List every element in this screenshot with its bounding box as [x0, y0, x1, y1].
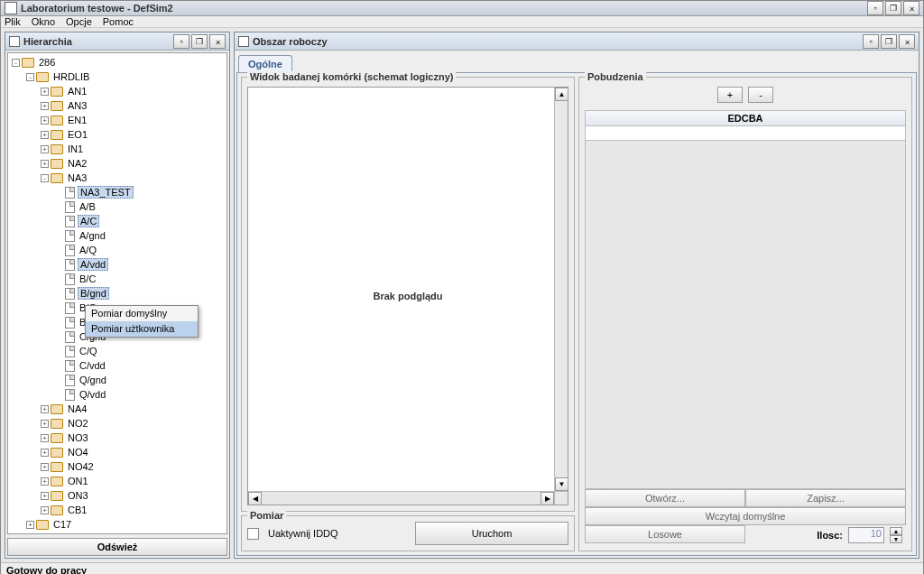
tree-item[interactable]: +AN1 — [8, 84, 226, 98]
scroll-up-icon[interactable]: ▲ — [555, 88, 568, 101]
folder-icon — [51, 477, 63, 486]
ws-min-button[interactable]: ▫ — [863, 34, 879, 49]
tree-item[interactable]: Q/vdd — [8, 387, 226, 402]
tree-item[interactable]: -HRDLIB — [8, 69, 226, 84]
menu-plik[interactable]: Plik — [5, 16, 21, 27]
tree-item[interactable]: B/gnd — [8, 286, 226, 301]
tree-item[interactable]: Q/gnd — [8, 373, 226, 387]
ilosc-spinner[interactable]: ▲ ▼ — [890, 527, 902, 543]
tree-item[interactable]: +ON3 — [8, 488, 226, 503]
tree-item[interactable]: +EO1 — [8, 127, 226, 142]
tree-item[interactable]: -NA3 — [8, 171, 226, 185]
tree-spacer — [55, 347, 63, 356]
ilosc-input[interactable]: 10 — [848, 527, 884, 543]
scroll-left-icon[interactable]: ◀ — [248, 492, 262, 505]
open-button[interactable]: Otwórz... — [585, 489, 745, 507]
hier-max-button[interactable]: ❐ — [191, 34, 208, 49]
tree-item[interactable]: B/C — [8, 272, 226, 286]
tree-item[interactable]: +NA2 — [8, 156, 226, 171]
collapse-icon[interactable]: - — [26, 73, 34, 81]
tree-label: NA3_TEST — [78, 186, 134, 199]
tree-item[interactable]: +AN3 — [8, 98, 226, 113]
collapse-icon[interactable]: - — [41, 174, 49, 182]
schematic-view[interactable]: Brak podglądu ▲ ▼ ◀ ▶ — [247, 87, 568, 505]
refresh-button[interactable]: Odśwież — [7, 538, 227, 556]
save-button[interactable]: Zapisz... — [745, 489, 906, 507]
tree-item[interactable]: A/C — [8, 214, 226, 228]
menu-okno[interactable]: Okno — [32, 16, 55, 27]
iddq-checkbox[interactable] — [247, 528, 259, 540]
expand-icon[interactable]: + — [41, 492, 49, 500]
expand-icon[interactable]: + — [41, 88, 49, 96]
scroll-corner — [554, 491, 568, 505]
tree-item[interactable]: A/B — [8, 199, 226, 214]
minimize-button[interactable]: ▫ — [867, 1, 883, 15]
random-button[interactable]: Losowe — [585, 525, 745, 543]
expand-icon[interactable]: + — [41, 102, 49, 110]
menubar: Plik Okno Opcje Pomoc — [1, 16, 923, 28]
right-column: Pobudzenia + - EDCBA Otwórz... Zapisz... — [578, 77, 912, 551]
pobudzenia-group: Pobudzenia + - EDCBA Otwórz... Zapisz... — [578, 77, 912, 551]
ctx-pomiar-default[interactable]: Pomiar domyślny — [86, 306, 198, 321]
expand-icon[interactable]: + — [41, 116, 49, 125]
hierarchy-tree[interactable]: -286-HRDLIB+AN1+AN3+EN1+EO1+IN1+NA2-NA3N… — [7, 52, 227, 534]
expand-icon[interactable]: + — [41, 160, 49, 168]
folder-icon — [51, 159, 63, 169]
tree-item[interactable]: A/Q — [8, 243, 226, 257]
tree-item[interactable]: +ON1 — [8, 474, 226, 488]
spinner-up-icon[interactable]: ▲ — [890, 527, 902, 535]
tree-item[interactable]: +NO4 — [8, 445, 226, 459]
expand-icon[interactable]: + — [41, 420, 49, 428]
ctx-pomiar-user[interactable]: Pomiar użtkownika — [86, 321, 198, 337]
stimuli-area[interactable] — [585, 141, 906, 489]
tree-item[interactable]: +C17 — [8, 517, 226, 532]
expand-icon[interactable]: + — [41, 434, 49, 442]
folder-icon — [36, 520, 49, 530]
minus-button[interactable]: - — [748, 87, 773, 103]
hier-close-button[interactable]: ⨉ — [209, 34, 226, 49]
expand-icon[interactable]: + — [41, 449, 49, 457]
tree-item[interactable]: +NO3 — [8, 430, 226, 445]
scroll-down-icon[interactable]: ▼ — [555, 477, 568, 491]
expand-icon[interactable]: + — [41, 463, 49, 471]
menu-opcje[interactable]: Opcje — [66, 16, 92, 27]
tree-item[interactable]: -286 — [8, 55, 226, 69]
tree-item[interactable]: +NO42 — [8, 459, 226, 474]
tree-label: NO3 — [66, 432, 90, 443]
expand-icon[interactable]: + — [41, 145, 49, 153]
folder-icon — [51, 87, 63, 97]
expand-icon[interactable]: + — [26, 521, 34, 529]
expand-icon[interactable]: + — [41, 506, 49, 514]
tree-item[interactable]: +EN1 — [8, 113, 226, 127]
vertical-scrollbar[interactable]: ▲ ▼ — [554, 88, 568, 491]
hier-min-button[interactable]: ▫ — [173, 34, 189, 49]
tree-item[interactable]: A/vdd — [8, 257, 226, 272]
close-button[interactable]: ⨉ — [903, 1, 919, 15]
tree-label: HRDLIB — [51, 71, 91, 82]
ws-max-button[interactable]: ❐ — [881, 34, 897, 49]
scroll-right-icon[interactable]: ▶ — [541, 492, 554, 505]
tree-item[interactable]: C/Q — [8, 344, 226, 358]
expand-icon[interactable]: + — [41, 405, 49, 413]
tree-item[interactable]: NA3_TEST — [8, 185, 226, 199]
ws-close-button[interactable]: ⨉ — [899, 34, 915, 49]
maximize-button[interactable]: ❐ — [885, 1, 901, 15]
tree-item[interactable]: +NA4 — [8, 402, 226, 416]
plus-button[interactable]: + — [717, 87, 743, 103]
stimuli-row[interactable] — [585, 126, 906, 141]
expand-icon[interactable]: + — [41, 477, 49, 486]
tree-item[interactable]: +CB1 — [8, 503, 226, 517]
tree-item[interactable]: +NO2 — [8, 416, 226, 430]
spinner-down-icon[interactable]: ▼ — [890, 535, 902, 543]
tree-item[interactable]: C/vdd — [8, 358, 226, 373]
run-button[interactable]: Uruchom — [415, 522, 568, 545]
tree-item[interactable]: +IN1 — [8, 142, 226, 156]
tree-item[interactable]: A/gnd — [8, 228, 226, 243]
collapse-icon[interactable]: - — [12, 59, 20, 67]
load-default-button[interactable]: Wczytaj domyślne — [585, 507, 906, 525]
menu-pomoc[interactable]: Pomoc — [103, 16, 134, 27]
horizontal-scrollbar[interactable]: ◀ ▶ — [248, 491, 554, 505]
tree-label: ON1 — [66, 476, 90, 486]
expand-icon[interactable]: + — [41, 131, 49, 139]
tab-ogolne[interactable]: Ogólne — [238, 55, 292, 73]
